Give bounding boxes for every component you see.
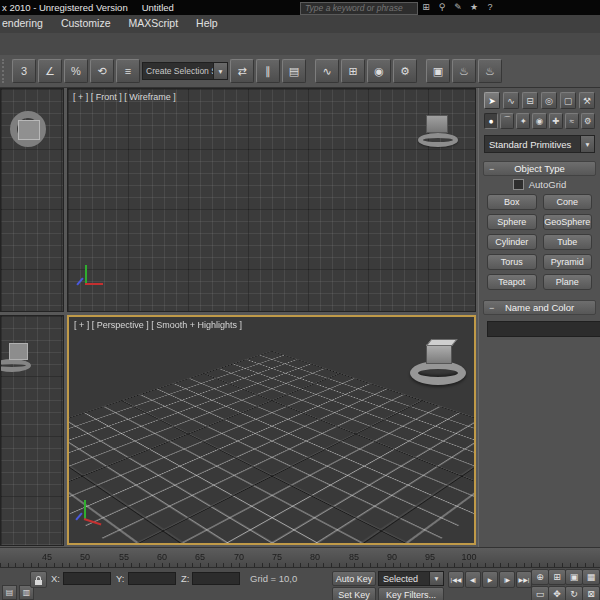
cylinder-button[interactable]: Cylinder <box>487 234 537 250</box>
zoom-region-button[interactable]: ▭ <box>531 586 549 600</box>
category-lights[interactable]: ✦ <box>516 113 530 129</box>
plane-button[interactable]: Plane <box>543 274 593 290</box>
category-shapes[interactable]: ⌒ <box>500 113 514 129</box>
object-name-input[interactable] <box>487 321 600 337</box>
schematic-view-button[interactable]: ⊞ <box>341 59 365 83</box>
x-coordinate-field[interactable] <box>63 572 111 585</box>
menu-item-rendering[interactable]: endering <box>0 15 52 33</box>
zoom-all-button[interactable]: ⊞ <box>548 569 566 585</box>
goto-end-button[interactable]: ▶▶| <box>516 571 532 588</box>
chevron-down-icon[interactable]: ▼ <box>429 572 443 585</box>
box-object[interactable] <box>426 115 448 133</box>
pyramid-button[interactable]: Pyramid <box>543 254 593 270</box>
box-object[interactable] <box>18 120 40 140</box>
z-coordinate-field[interactable] <box>192 572 240 585</box>
layer-manager-button[interactable]: ▤ <box>282 59 306 83</box>
tab-hierarchy[interactable]: ⊟ <box>522 92 538 109</box>
set-key-button[interactable]: Set Key <box>332 587 376 600</box>
category-geometry[interactable]: ● <box>484 113 498 129</box>
auto-key-button[interactable]: Auto Key <box>332 571 376 586</box>
chevron-down-icon[interactable]: ▼ <box>213 63 227 79</box>
object-type-rollout[interactable]: − Object Type <box>483 161 596 176</box>
quick-render-button[interactable]: ♨ <box>478 59 502 83</box>
app-menu-icon[interactable]: ⊞ <box>420 1 432 13</box>
document-title: Untitled <box>142 2 174 13</box>
snaps-toggle-button[interactable]: 3 <box>12 59 36 83</box>
goto-start-button[interactable]: |◀◀ <box>448 571 464 588</box>
front-viewport-label[interactable]: [ + ] [ Front ] [ Wireframe ] <box>73 92 176 102</box>
favorites-icon[interactable]: ★ <box>468 1 480 13</box>
perspective-viewport-label[interactable]: [ + ] [ Perspective ] [ Smooth + Highlig… <box>74 320 242 330</box>
box-object[interactable] <box>9 343 28 360</box>
category-space-warps[interactable]: ≈ <box>565 113 579 129</box>
previous-frame-button[interactable]: ◀| <box>465 571 481 588</box>
category-cameras[interactable]: ◉ <box>532 113 546 129</box>
tab-create[interactable]: ➤ <box>484 92 500 109</box>
y-coordinate-field[interactable] <box>128 572 176 585</box>
spinner-snap-button[interactable]: ⟲ <box>90 59 114 83</box>
cone-button[interactable]: Cone <box>543 194 593 210</box>
autogrid-checkbox[interactable] <box>513 179 524 190</box>
communication-icon[interactable]: ✎ <box>452 1 464 13</box>
track-bar-timeline[interactable]: 45 50 55 60 65 70 75 80 85 90 95 100 <box>0 547 600 568</box>
mini-listener-button[interactable]: ▤ <box>2 585 17 600</box>
zoom-button[interactable]: ⊕ <box>531 569 549 585</box>
render-production-button[interactable]: ♨ <box>452 59 476 83</box>
mirror-icon: ⇄ <box>237 65 246 78</box>
menu-item-maxscript[interactable]: MAXScript <box>119 15 187 33</box>
autogrid-row: AutoGrid <box>479 176 600 193</box>
left-viewport-bottom[interactable] <box>0 315 64 546</box>
perspective-viewport[interactable]: [ + ] [ Perspective ] [ Smooth + Highlig… <box>67 315 476 545</box>
category-systems[interactable]: ⚙ <box>581 113 595 129</box>
selection-lock-toggle[interactable] <box>30 571 47 588</box>
rendered-frame-button[interactable]: ▣ <box>426 59 450 83</box>
box-button[interactable]: Box <box>487 194 537 210</box>
zoom-extents-all-button[interactable]: ▦ <box>582 569 600 585</box>
toolbar-drag-handle[interactable] <box>2 59 8 83</box>
tab-utilities[interactable]: ⚒ <box>579 92 595 109</box>
torus-object[interactable] <box>410 361 466 385</box>
torus-button[interactable]: Torus <box>487 254 537 270</box>
teapot-button[interactable]: Teapot <box>487 274 537 290</box>
selection-set-dropdown[interactable]: Create Selection Se ▼ <box>142 62 228 80</box>
play-button[interactable]: ▶ <box>482 571 498 588</box>
zoom-extents-button[interactable]: ▣ <box>565 569 583 585</box>
mirror-button[interactable]: ⇄ <box>230 59 254 83</box>
named-selection-sets-button[interactable]: ≡ <box>116 59 140 83</box>
angle-snap-button[interactable]: ∠ <box>38 59 62 83</box>
box-object[interactable] <box>426 344 452 364</box>
tab-modify[interactable]: ∿ <box>503 92 519 109</box>
next-frame-button[interactable]: |▶ <box>499 571 515 588</box>
front-viewport[interactable]: [ + ] [ Front ] [ Wireframe ] <box>67 88 476 312</box>
name-and-color-rollout[interactable]: − Name and Color <box>483 300 596 315</box>
tab-display[interactable]: ▢ <box>560 92 576 109</box>
chevron-down-icon[interactable]: ▼ <box>580 136 594 152</box>
sphere-button[interactable]: Sphere <box>487 214 537 230</box>
tube-button[interactable]: Tube <box>543 234 593 250</box>
geometry-icon: ● <box>489 116 494 126</box>
torus-object[interactable] <box>418 133 458 147</box>
infocenter-search-input[interactable] <box>300 2 418 15</box>
curve-editor-button[interactable]: ∿ <box>315 59 339 83</box>
material-editor-button[interactable]: ◉ <box>367 59 391 83</box>
infocenter-help-icon[interactable]: ? <box>484 1 496 13</box>
key-mode-dropdown[interactable]: Selected ▼ <box>378 571 444 586</box>
left-viewport-top[interactable] <box>0 88 64 312</box>
maximize-viewport-button[interactable]: ⊠ <box>582 586 600 600</box>
snaps-toggle-icon: 3 <box>21 65 27 77</box>
tab-motion[interactable]: ◎ <box>541 92 557 109</box>
primitive-category-dropdown[interactable]: Standard Primitives ▼ <box>484 135 595 153</box>
menu-item-customize[interactable]: Customize <box>52 15 120 33</box>
pan-button[interactable]: ✥ <box>548 586 566 600</box>
render-setup-button[interactable]: ⚙ <box>393 59 417 83</box>
torus-object[interactable] <box>0 359 31 372</box>
category-helpers[interactable]: ✚ <box>549 113 563 129</box>
orbit-button[interactable]: ↻ <box>565 586 583 600</box>
percent-snap-button[interactable]: % <box>64 59 88 83</box>
align-button[interactable]: ∥ <box>256 59 280 83</box>
y-axis-icon <box>85 265 87 285</box>
geosphere-button[interactable]: GeoSphere <box>543 214 593 230</box>
key-filters-button[interactable]: Key Filters... <box>378 587 444 600</box>
search-icon[interactable]: ⚲ <box>436 1 448 13</box>
menu-item-help[interactable]: Help <box>187 15 227 33</box>
